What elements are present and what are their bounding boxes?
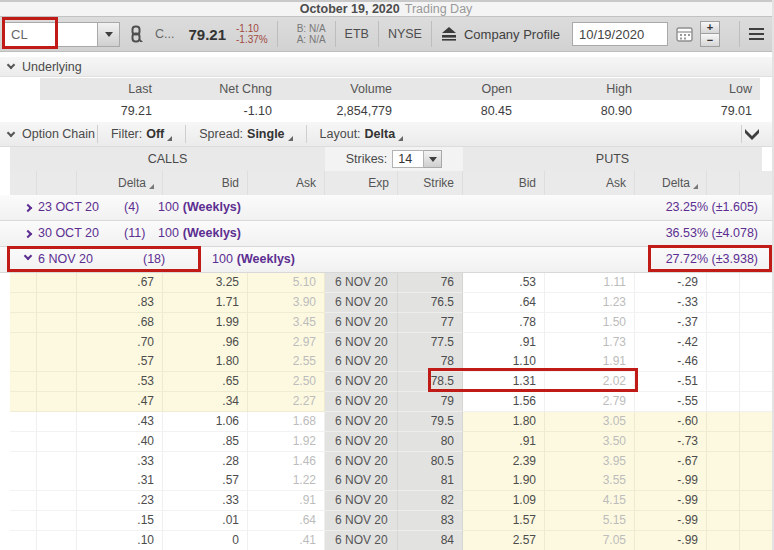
- put-bid-cell[interactable]: 1.80: [463, 412, 545, 432]
- option-chain-row[interactable]: .68 1.99 3.45 6 NOV 20 77 .78 1.50 -.37: [0, 313, 772, 333]
- company-profile-button[interactable]: Company Profile: [441, 27, 560, 42]
- option-chain-row[interactable]: .23 .33 .91 6 NOV 20 82 1.09 4.15 -.99: [0, 491, 772, 511]
- call-bid-cell[interactable]: 1.71: [163, 293, 248, 313]
- call-ask-cell[interactable]: 1.68: [248, 412, 325, 432]
- expiration-row-30oct20[interactable]: 30 OCT 20 (11) 100(Weeklys) 36.53% (±4.0…: [0, 221, 772, 247]
- underlying-section-header[interactable]: Underlying: [0, 57, 772, 77]
- call-ask-cell[interactable]: 2.27: [248, 392, 325, 412]
- date-decrement-button[interactable]: −: [700, 34, 720, 47]
- option-chain-row[interactable]: .67 3.25 5.10 6 NOV 20 76 .53 1.11 -.29: [0, 273, 772, 293]
- strikes-select[interactable]: 14: [392, 150, 424, 168]
- calendar-icon[interactable]: [676, 26, 693, 42]
- put-bid-cell[interactable]: .64: [463, 293, 545, 313]
- put-bid-cell[interactable]: 2.39: [463, 452, 545, 472]
- strikes-dropdown-button[interactable]: [424, 150, 442, 168]
- call-ask-cell[interactable]: 2.55: [248, 352, 325, 372]
- call-bid-cell[interactable]: .34: [163, 392, 248, 412]
- call-bid-cell[interactable]: .85: [163, 432, 248, 452]
- put-bid-cell[interactable]: .53: [463, 273, 545, 293]
- call-bid-cell[interactable]: .33: [163, 491, 248, 511]
- call-bid-cell[interactable]: .65: [163, 372, 248, 392]
- date-input[interactable]: [572, 22, 668, 46]
- put-bid-cell[interactable]: 1.10: [463, 352, 545, 372]
- chevron-down-icon[interactable]: [24, 252, 32, 260]
- chevron-down-icon[interactable]: [7, 128, 15, 136]
- call-ask-cell[interactable]: 3.90: [248, 293, 325, 313]
- call-bid-cell[interactable]: .28: [163, 452, 248, 472]
- call-ask-cell[interactable]: 2.50: [248, 372, 325, 392]
- call-ask-cell[interactable]: .91: [248, 491, 325, 511]
- put-bid-cell[interactable]: 1.90: [463, 471, 545, 491]
- option-chain-row[interactable]: .15 .01 .64 6 NOV 20 83 1.57 5.15 -.99: [0, 511, 772, 531]
- put-ask-cell[interactable]: 3.05: [545, 412, 635, 432]
- option-chain-row[interactable]: .31 .57 1.22 6 NOV 20 81 1.90 3.55 -.99: [0, 471, 772, 491]
- call-ask-cell[interactable]: .64: [248, 511, 325, 531]
- call-ask-header[interactable]: Ask: [248, 171, 325, 195]
- exp-header[interactable]: Exp: [325, 171, 398, 195]
- put-bid-cell[interactable]: 1.31: [463, 372, 545, 392]
- call-bid-header[interactable]: Bid: [163, 171, 248, 195]
- call-ask-cell[interactable]: 1.22: [248, 471, 325, 491]
- call-delta-header[interactable]: Delta: [77, 171, 163, 195]
- put-ask-cell[interactable]: 3.95: [545, 452, 635, 472]
- spread-menu[interactable]: Spread: Single: [188, 122, 303, 147]
- put-ask-cell[interactable]: 1.91: [545, 352, 635, 372]
- chevron-right-icon[interactable]: [24, 204, 32, 212]
- link-icon[interactable]: [129, 25, 143, 43]
- put-delta-header[interactable]: Delta: [635, 171, 707, 195]
- call-bid-cell[interactable]: 3.25: [163, 273, 248, 293]
- put-bid-cell[interactable]: .78: [463, 313, 545, 333]
- put-ask-cell[interactable]: 3.50: [545, 432, 635, 452]
- call-ask-cell[interactable]: 3.45: [248, 313, 325, 333]
- date-increment-button[interactable]: +: [700, 21, 720, 34]
- option-chain-row[interactable]: .57 1.80 2.55 6 NOV 20 78 1.10 1.91 -.46: [0, 352, 772, 372]
- collapse-all-icon[interactable]: [744, 128, 760, 141]
- call-bid-cell[interactable]: 1.06: [163, 412, 248, 432]
- put-ask-cell[interactable]: 5.15: [545, 511, 635, 531]
- call-ask-cell[interactable]: 5.10: [248, 273, 325, 293]
- put-bid-cell[interactable]: 1.56: [463, 392, 545, 412]
- call-bid-cell[interactable]: .57: [163, 471, 248, 491]
- expiration-row-23oct20[interactable]: 23 OCT 20 (4) 100(Weeklys) 23.25% (±1.60…: [0, 195, 772, 221]
- put-ask-cell[interactable]: 2.79: [545, 392, 635, 412]
- put-bid-cell[interactable]: .91: [463, 432, 545, 452]
- option-chain-row[interactable]: .10 0 .41 6 NOV 20 84 2.57 7.05 -.99: [0, 531, 772, 550]
- put-ask-cell[interactable]: 2.02: [545, 372, 635, 392]
- call-ask-cell[interactable]: 1.46: [248, 452, 325, 472]
- call-bid-cell[interactable]: .01: [163, 511, 248, 531]
- call-bid-cell[interactable]: 1.80: [163, 352, 248, 372]
- call-bid-cell[interactable]: .96: [163, 333, 248, 353]
- symbol-dropdown-button[interactable]: [98, 22, 120, 47]
- call-ask-cell[interactable]: 1.92: [248, 432, 325, 452]
- option-chain-row[interactable]: .53 .65 2.50 6 NOV 20 78.5 1.31 2.02 -.5…: [0, 372, 772, 392]
- layout-menu[interactable]: Layout: Delta: [309, 122, 415, 147]
- filter-menu[interactable]: Filter: Off: [100, 122, 183, 147]
- option-chain-row[interactable]: .47 .34 2.27 6 NOV 20 79 1.56 2.79 -.55: [0, 392, 772, 412]
- put-bid-cell[interactable]: .91: [463, 333, 545, 353]
- put-ask-cell[interactable]: 4.15: [545, 491, 635, 511]
- call-ask-cell[interactable]: 2.97: [248, 333, 325, 353]
- option-chain-row[interactable]: .33 .28 1.46 6 NOV 20 80.5 2.39 3.95 -.6…: [0, 452, 772, 472]
- option-chain-row[interactable]: .40 .85 1.92 6 NOV 20 80 .91 3.50 -.73: [0, 432, 772, 452]
- put-bid-cell[interactable]: 1.09: [463, 491, 545, 511]
- menu-icon[interactable]: [749, 28, 764, 40]
- call-ask-cell[interactable]: .41: [248, 531, 325, 550]
- put-ask-cell[interactable]: 7.05: [545, 531, 635, 550]
- symbol-input[interactable]: [4, 22, 98, 47]
- chevron-right-icon[interactable]: [24, 230, 32, 238]
- option-chain-row[interactable]: .83 1.71 3.90 6 NOV 20 76.5 .64 1.23 -.3…: [0, 293, 772, 313]
- put-ask-cell[interactable]: 1.23: [545, 293, 635, 313]
- put-bid-cell[interactable]: 1.57: [463, 511, 545, 531]
- put-ask-cell[interactable]: 1.73: [545, 333, 635, 353]
- put-ask-cell[interactable]: 3.55: [545, 471, 635, 491]
- expiration-row-6nov20[interactable]: 6 NOV 20 (18) 100(Weeklys) 27.72% (±3.93…: [0, 247, 772, 273]
- put-ask-cell[interactable]: 1.11: [545, 273, 635, 293]
- put-bid-cell[interactable]: 2.57: [463, 531, 545, 550]
- put-bid-header[interactable]: Bid: [463, 171, 545, 195]
- option-chain-row[interactable]: .70 .96 2.97 6 NOV 20 77.5 .91 1.73 -.42: [0, 333, 772, 353]
- call-bid-cell[interactable]: 0: [163, 531, 248, 550]
- call-bid-cell[interactable]: 1.99: [163, 313, 248, 333]
- option-chain-row[interactable]: .43 1.06 1.68 6 NOV 20 79.5 1.80 3.05 -.…: [0, 412, 772, 432]
- strike-header[interactable]: Strike: [398, 171, 463, 195]
- put-ask-header[interactable]: Ask: [545, 171, 635, 195]
